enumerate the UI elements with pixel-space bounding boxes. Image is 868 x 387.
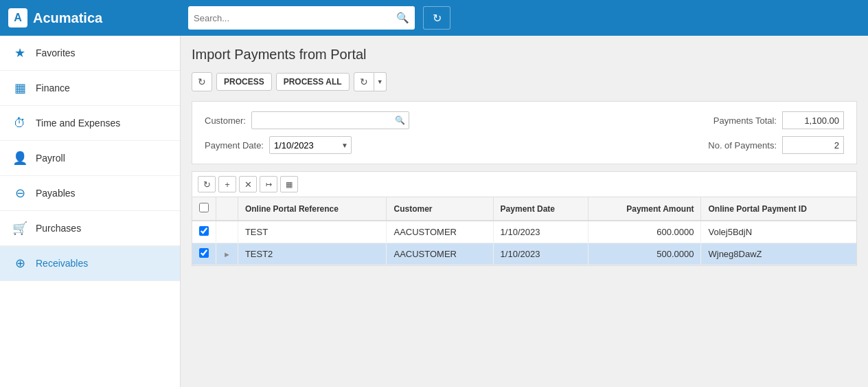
logo-area: A Acumatica — [8, 8, 180, 27]
row-payment-date-row1: 1/10/2023 — [493, 221, 588, 243]
customer-search-icon[interactable]: 🔍 — [391, 115, 409, 125]
table-fit-button[interactable]: ↦ — [260, 176, 277, 192]
row-payment-amount-row2: 500.0000 — [589, 243, 701, 265]
payment-date-field: Payment Date: ▼ — [205, 136, 352, 154]
table-refresh-button[interactable]: ↻ — [198, 176, 216, 192]
col-header-expand — [216, 197, 238, 221]
col-header-customer: Customer — [387, 197, 493, 221]
table-panel: ↻ + ✕ ↦ ▦ Online Portal Reference Custom… — [192, 171, 857, 266]
sidebar-label-receivables: Receivables — [36, 258, 88, 269]
sidebar-label-time-expenses: Time and Expenses — [36, 118, 120, 129]
row-checkbox-cell — [192, 243, 216, 265]
purchases-icon: 🛒 — [12, 221, 27, 236]
search-input[interactable] — [194, 13, 396, 23]
logo-icon: A — [8, 8, 27, 27]
payments-total-label: Payments Total: — [713, 115, 777, 126]
sidebar-item-finance[interactable]: ▦ Finance — [0, 71, 180, 106]
receivables-icon: ⊕ — [12, 256, 27, 271]
row-payment-amount-row1: 600.0000 — [589, 221, 701, 243]
topbar-refresh-button[interactable]: ↻ — [423, 6, 450, 30]
payments-table: Online Portal Reference Customer Payment… — [192, 197, 856, 265]
sidebar-item-payables[interactable]: ⊖ Payables — [0, 176, 180, 211]
payment-date-arrow[interactable]: ▼ — [339, 142, 351, 149]
payments-total-section: Payments Total: 1,100.00 — [713, 111, 844, 129]
row-checkbox-row2[interactable] — [199, 248, 209, 258]
no-of-payments-section: No. of Payments: 2 — [708, 136, 844, 154]
table-export-button[interactable]: ▦ — [280, 176, 298, 192]
no-of-payments-value: 2 — [782, 136, 844, 154]
form-panel: Customer: 🔍 Payments Total: 1,100.00 Pay… — [192, 101, 857, 164]
table-header-row: Online Portal Reference Customer Payment… — [192, 197, 856, 221]
payments-total-value: 1,100.00 — [782, 111, 844, 129]
table-row[interactable]: TEST AACUSTOMER 1/10/2023 600.0000 Volej… — [192, 221, 856, 243]
no-of-payments-field: No. of Payments: 2 — [708, 136, 844, 154]
sidebar-label-purchases: Purchases — [36, 223, 81, 234]
schedule-button[interactable]: ↻ — [354, 72, 374, 91]
col-header-ref: Online Portal Reference — [238, 197, 387, 221]
row-customer-row2: AACUSTOMER — [387, 243, 493, 265]
sidebar-item-payroll[interactable]: 👤 Payroll — [0, 141, 180, 176]
process-all-button[interactable]: PROCESS ALL — [276, 73, 350, 91]
row-expand-row1[interactable] — [216, 221, 238, 243]
payables-icon: ⊖ — [12, 186, 27, 201]
row-payment-date-row2: 1/10/2023 — [493, 243, 588, 265]
table-add-button[interactable]: + — [218, 176, 236, 192]
payroll-icon: 👤 — [12, 151, 27, 166]
row-ref-row1: TEST — [238, 221, 387, 243]
main-layout: ★ Favorites ▦ Finance ⏱ Time and Expense… — [0, 36, 868, 387]
row-checkbox-cell — [192, 221, 216, 243]
col-header-payment-amount: Payment Amount — [589, 197, 701, 221]
time-expenses-icon: ⏱ — [12, 115, 27, 131]
row-ref-row2: TEST2 — [238, 243, 387, 265]
sidebar-item-favorites[interactable]: ★ Favorites — [0, 36, 180, 71]
sidebar-item-receivables[interactable]: ⊕ Receivables — [0, 246, 180, 281]
finance-icon: ▦ — [12, 80, 27, 96]
select-all-checkbox[interactable] — [199, 203, 209, 212]
app-name: Acumatica — [33, 10, 102, 26]
table-toolbar: ↻ + ✕ ↦ ▦ — [192, 172, 856, 197]
table-delete-button[interactable]: ✕ — [239, 176, 257, 192]
sidebar: ★ Favorites ▦ Finance ⏱ Time and Expense… — [0, 36, 181, 387]
table-row[interactable]: ► TEST2 AACUSTOMER 1/10/2023 500.0000 Wj… — [192, 243, 856, 265]
form-row-2: Payment Date: ▼ No. of Payments: 2 — [205, 136, 844, 154]
topbar: A Acumatica 🔍 ↻ — [0, 0, 868, 36]
col-header-portal-id: Online Portal Payment ID — [701, 197, 856, 221]
sidebar-item-time-expenses[interactable]: ⏱ Time and Expenses — [0, 106, 180, 141]
col-header-select — [192, 197, 216, 221]
no-of-payments-label: No. of Payments: — [708, 140, 777, 151]
payment-date-label: Payment Date: — [205, 140, 264, 151]
form-row-1: Customer: 🔍 Payments Total: 1,100.00 — [205, 111, 844, 129]
sidebar-label-finance: Finance — [36, 82, 70, 93]
search-bar: 🔍 — [188, 6, 415, 30]
schedule-split-button: ↻ ▼ — [354, 72, 387, 91]
payment-date-select: ▼ — [269, 136, 352, 154]
undo-button[interactable]: ↻ — [192, 72, 212, 91]
favorites-icon: ★ — [12, 45, 27, 60]
sidebar-label-payroll: Payroll — [36, 153, 65, 164]
toolbar: ↻ PROCESS PROCESS ALL ↻ ▼ — [192, 72, 857, 91]
sidebar-item-purchases[interactable]: 🛒 Purchases — [0, 211, 180, 246]
customer-field: Customer: 🔍 — [205, 111, 409, 129]
col-header-payment-date: Payment Date — [493, 197, 588, 221]
page-title: Import Payments from Portal — [192, 47, 857, 63]
row-customer-row1: AACUSTOMER — [387, 221, 493, 243]
customer-input[interactable] — [252, 115, 391, 126]
sidebar-label-payables: Payables — [36, 188, 76, 199]
payment-date-input[interactable] — [270, 140, 339, 151]
process-button[interactable]: PROCESS — [216, 73, 272, 91]
row-portal-id-row2: Wjneg8DawZ — [701, 243, 856, 265]
content-area: Import Payments from Portal ↻ PROCESS PR… — [181, 36, 868, 387]
schedule-dropdown-arrow[interactable]: ▼ — [374, 72, 387, 91]
sidebar-label-favorites: Favorites — [36, 47, 76, 58]
row-checkbox-row1[interactable] — [199, 226, 209, 236]
row-expand-row2[interactable]: ► — [216, 243, 238, 265]
customer-input-wrap: 🔍 — [251, 111, 409, 129]
customer-label: Customer: — [205, 115, 246, 126]
search-icon[interactable]: 🔍 — [396, 12, 409, 24]
row-portal-id-row1: Volej5BdjN — [701, 221, 856, 243]
payments-total-field: Payments Total: 1,100.00 — [713, 111, 844, 129]
